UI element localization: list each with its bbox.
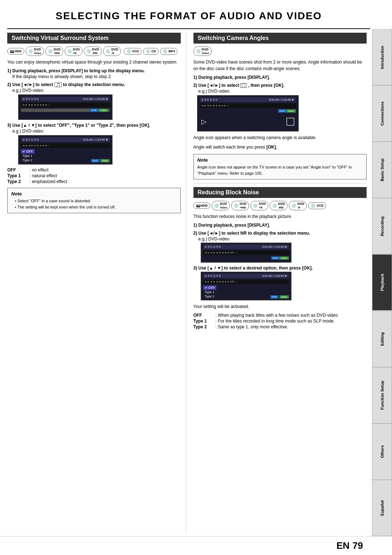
tab-others[interactable]: Others — [372, 424, 392, 480]
step1-noise: 1) During playback, press [DISPLAY]. — [193, 223, 367, 228]
badge-vcd-noise: 💿 VCD — [308, 202, 326, 209]
step2-noise: 2) Use [◄/►] to select NR to display the… — [193, 231, 367, 263]
badge-dvd-video-noise: 💿 DVDVideo — [212, 201, 230, 210]
right-column: Switching Camera Angles 💿 DVDVideo Some … — [190, 33, 367, 532]
angle-screen-mockup: 1/ 5 C 1/ 5 S 0:01:00 / 1:23:45 ⊕ ◄◄ ◄◄ … — [197, 95, 299, 131]
note-box-camera: Note Angle icon does not appear on the T… — [193, 154, 367, 179]
page-footer: EN 79 — [0, 536, 392, 555]
page-number: 79 — [352, 540, 363, 551]
badge-dvd-rw-plus-noise: 💿 DVD+RW — [231, 201, 249, 210]
tab-editing[interactable]: Editing — [372, 311, 392, 367]
section-header-block-noise: Reducing Block Noise — [193, 187, 367, 198]
step1-left: 1) During playback, press [DISPLAY] to b… — [7, 68, 181, 79]
badge-dvd-r-minus-noise: 💿 DVD-R — [289, 201, 307, 210]
en-label: EN — [336, 540, 350, 551]
intro-text-left: You can enjoy stereophonic virtual space… — [7, 59, 181, 65]
angle-box — [286, 118, 294, 126]
badge-dvd-rw-plus: 💿 DVD+RW — [45, 46, 63, 56]
tab-function-setup[interactable]: Function Setup — [372, 367, 392, 424]
step3-left: 3) Use [▲ / ▼] to select "OFF", "Type 1"… — [7, 123, 181, 165]
badge-vcd: 💿 VCD — [124, 48, 142, 55]
angle-after-text2: Angle will switch each time you press [O… — [193, 144, 367, 150]
step2-left: 2) Use [◄/►] to select 🎵 to display the … — [7, 82, 181, 120]
badge-dvd-rw-minus: 💿 DVD-RW — [84, 46, 102, 56]
tab-connections[interactable]: Connections — [372, 85, 392, 142]
angle-after-text1: Angle icon appears when a switching came… — [193, 134, 367, 141]
screen-mockup-2: 1/ 5 C 1/ 5 S 0:01:00 / 1:23:45 ⊕ ◄◄ ◄◄ … — [18, 135, 113, 165]
tab-espanol[interactable]: Español — [372, 480, 392, 536]
badge-hdd-noise: 🖴 HDD — [193, 202, 211, 209]
step1-camera: 1) During playback, press [DISPLAY]. — [193, 75, 367, 80]
badge-hdd: 🖴 HDD — [7, 48, 24, 54]
step3-noise: 3) Use [▲ / ▼] to select a desired optio… — [193, 266, 367, 300]
badge-row-left: 🖴 HDD 💿 DVDVideo 💿 DVD+RW 💿 DVD+R — [7, 46, 181, 56]
section-header-camera-angles: Switching Camera Angles — [193, 33, 367, 44]
tab-recording[interactable]: Recording — [372, 198, 392, 254]
badge-row-noise: 🖴 HDD 💿 DVDVideo 💿 DVD+RW 💿 DVD+R — [193, 201, 367, 210]
tab-introduction[interactable]: Introduction — [372, 29, 392, 85]
definitions-left: OFF : no effect Type 1 : natural effect … — [7, 167, 181, 184]
badge-dvd-r-plus-noise: 💿 DVD+R — [250, 201, 268, 210]
screen-mockup-4: 1/ 5 C 1/ 5 S 0:01:00 / 1:23:45 ⊕ ◄◄ ◄◄ … — [201, 272, 291, 300]
page-title: SELECTING THE FORMAT OF AUDIO AND VIDEO — [7, 0, 370, 29]
tab-basic-setup[interactable]: Basic Setup — [372, 142, 392, 198]
intro-text-noise: This function reduces noise in the playb… — [193, 213, 367, 220]
badge-dvd-r-minus: 💿 DVD-R — [103, 46, 121, 56]
note-box-left: Note • Select "OFF" in a case sound is d… — [7, 188, 181, 213]
badge-dvd-video-camera: 💿 DVDVideo — [193, 46, 212, 56]
badge-mp3: 💿 MP3 — [160, 48, 178, 55]
noise-after-text: Your setting will be activated. — [193, 303, 367, 310]
side-tabs: Introduction Connections Basic Setup Rec… — [372, 29, 392, 536]
definitions-noise: OFF : When playing back titles with a fe… — [193, 313, 367, 329]
section-divider — [193, 183, 367, 183]
play-icon: ▷ — [201, 118, 207, 126]
badge-dvd-rw-minus-noise: 💿 DVD-RW — [270, 201, 287, 210]
tab-playback[interactable]: Playback — [372, 254, 392, 311]
section-header-virtual-surround: Switching Virtual Surround System — [7, 33, 181, 44]
screen-mockup-3: 1/ 5 C 1/ 5 S 0:01:00 / 1:23:45 ⊕ ◄◄ ◄◄ … — [201, 243, 291, 263]
page: SELECTING THE FORMAT OF AUDIO AND VIDEO … — [0, 0, 392, 555]
badge-dvd-video: 💿 DVDVideo — [26, 46, 44, 56]
intro-text-camera: Some DVD-video have scenes shot from 2 o… — [193, 59, 367, 72]
badge-row-camera: 💿 DVDVideo — [193, 46, 367, 56]
screen-mockup-1: 1/ 5 C 1/ 5 S 0:01:00 / 1:23:45 ⊕ ◄◄ ◄◄ … — [18, 94, 113, 120]
step2-camera: 2) Use [◄/►] to select ⛶ , then press [O… — [193, 83, 367, 131]
left-column: Switching Virtual Surround System 🖴 HDD … — [7, 33, 186, 532]
badge-dvd-r-plus: 💿 DVD+R — [65, 46, 82, 56]
badge-cd: 💿 CD — [143, 48, 159, 55]
